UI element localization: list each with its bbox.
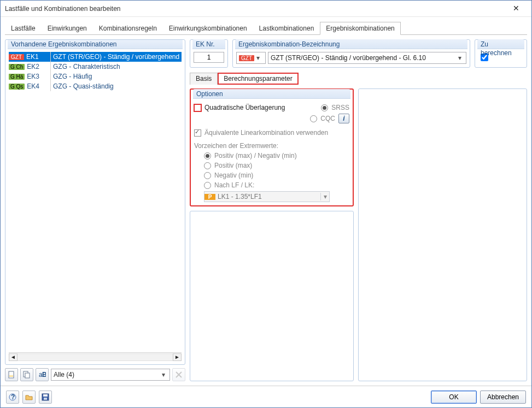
new-button[interactable]	[5, 368, 18, 381]
svg-rect-11	[43, 394, 48, 397]
header-boxes: EK Nr. Ergebniskombination-Bezeichnung G…	[190, 39, 527, 68]
left-panel: Vorhandene Ergebniskombinationen GZTEK1 …	[5, 39, 185, 381]
sign-opt-3: Negativ (min)	[194, 172, 349, 179]
sign-opt-4: Nach LF / LK:	[194, 181, 349, 189]
empty-panel-right	[358, 88, 527, 381]
svg-text:?: ?	[11, 393, 15, 401]
subtab-basis[interactable]: Basis	[190, 73, 218, 85]
chevron-down-icon: ▾	[456, 54, 464, 62]
folder-button[interactable]	[22, 391, 36, 404]
close-button[interactable]: ✕	[505, 3, 527, 15]
save-button[interactable]	[39, 391, 52, 404]
lower-panels: Optionen Quadratische Überlagerung SRSS	[190, 88, 527, 381]
content-area: Lastfälle Einwirkungen Kombinationsregel…	[1, 17, 531, 386]
sign-radio-posneg[interactable]	[204, 152, 211, 159]
sign-radio-pos[interactable]	[204, 162, 211, 169]
help-button[interactable]: ?	[6, 391, 19, 404]
ek-list-box: Vorhandene Ergebniskombinationen GZTEK1 …	[5, 39, 185, 365]
sign-radio-lflk[interactable]	[204, 182, 211, 189]
chevron-down-icon: ▾	[320, 193, 329, 200]
scroll-right-icon[interactable]: ►	[173, 353, 182, 361]
folder-icon	[25, 393, 33, 401]
srss-radio[interactable]	[321, 104, 328, 111]
list-item[interactable]: G HäEK3 GZG - Häufig	[9, 72, 182, 81]
sign-opt-2: Positiv (max)	[194, 162, 349, 169]
list-item[interactable]: G QsEK4 GZG - Quasi-ständig	[9, 81, 182, 91]
svg-rect-12	[44, 398, 47, 400]
left-toolbar: aB Alle (4) ▾	[5, 365, 185, 381]
subtab-berechnungsparameter[interactable]: Berechnungsparameter	[218, 73, 298, 85]
new-doc-icon	[8, 371, 15, 379]
numbering-button[interactable]: aB	[36, 368, 49, 381]
main-tabstrip: Lastfälle Einwirkungen Kombinationsregel…	[5, 21, 527, 35]
ek-list-legend: Vorhandene Ergebniskombinationen	[8, 39, 183, 49]
row-lincomb: Äquivalente Linearkombination verwenden	[194, 129, 349, 137]
cqc-radio[interactable]	[310, 115, 317, 122]
ek-list[interactable]: GZTEK1 GZT (STR/GEO) - Ständig / vorüber…	[9, 52, 182, 352]
tab-lastkombinationen[interactable]: Lastkombinationen	[253, 22, 320, 35]
tab-lastfaelle[interactable]: Lastfälle	[5, 22, 42, 35]
chevron-down-icon: ▾	[160, 371, 167, 379]
dialog-window: Lastfälle und Kombinationen bearbeiten ✕…	[0, 0, 532, 408]
main-area: Vorhandene Ergebniskombinationen GZTEK1 …	[5, 35, 527, 381]
list-item[interactable]: G ChEK2 GZG - Charakteristisch	[9, 62, 182, 72]
scroll-left-icon[interactable]: ◄	[9, 353, 17, 361]
sign-radio-neg[interactable]	[204, 172, 211, 179]
list-item[interactable]: GZTEK1 GZT (STR/GEO) - Ständig / vorüber…	[9, 52, 182, 62]
window-title: Lastfälle und Kombinationen bearbeiten	[5, 5, 505, 13]
options-box: Optionen Quadratische Überlagerung SRSS	[190, 88, 354, 206]
horizontal-scrollbar[interactable]: ◄ ►	[9, 352, 182, 361]
ekn-input[interactable]	[194, 52, 224, 63]
tab-ergebniskombinationen[interactable]: Ergebniskombinationen	[320, 22, 400, 35]
chevron-down-icon: ▾	[254, 54, 262, 62]
filter-combo[interactable]: Alle (4) ▾	[51, 369, 170, 381]
row-quadratic: Quadratische Überlagerung SRSS	[194, 104, 349, 111]
type-combo[interactable]: GZT ▾	[236, 52, 266, 64]
tab-einwirkungen[interactable]: Einwirkungen	[42, 22, 93, 35]
sign-opt-1: Positiv (max) / Negativ (min)	[194, 152, 349, 159]
lincomb-checkbox[interactable]	[194, 129, 201, 137]
row-cqc: CQC i	[194, 114, 349, 123]
svg-rect-1	[9, 376, 13, 376]
tab-einwirkungskombinationen[interactable]: Einwirkungskombinationen	[163, 22, 253, 35]
options-column: Optionen Quadratische Überlagerung SRSS	[190, 88, 354, 381]
save-icon	[42, 393, 49, 401]
tab-kombinationsregeln[interactable]: Kombinationsregeln	[93, 22, 163, 35]
renumber-icon: aB	[38, 371, 46, 379]
copy-icon	[23, 371, 31, 379]
svg-text:B: B	[42, 371, 46, 379]
svg-rect-0	[9, 371, 14, 378]
ekn-box: EK Nr.	[190, 39, 228, 68]
titlebar: Lastfälle und Kombinationen bearbeiten ✕	[1, 1, 531, 17]
svg-rect-3	[25, 373, 30, 378]
delete-icon	[175, 371, 183, 379]
sign-heading: Vorzeichen der Extremwerte:	[194, 142, 349, 150]
calculate-box: Zu berechnen	[475, 39, 527, 68]
designation-combo[interactable]: GZT (STR/GEO) - Ständig / vorübergehend …	[268, 52, 466, 64]
cancel-button[interactable]: Abbrechen	[480, 391, 526, 404]
sub-tabstrip: Basis Berechnungsparameter	[190, 72, 527, 84]
quadratic-checkbox[interactable]	[194, 104, 201, 111]
copy-button[interactable]	[20, 368, 33, 381]
right-area: EK Nr. Ergebniskombination-Bezeichnung G…	[190, 39, 527, 381]
bottom-bar: ? OK Abbrechen	[1, 386, 531, 407]
delete-button[interactable]	[172, 368, 185, 381]
help-icon: ?	[9, 393, 16, 401]
lflk-combo[interactable]: P LK1 - 1.35*LF1 ▾	[204, 191, 330, 202]
scroll-track[interactable]	[17, 353, 173, 361]
empty-panel-left	[190, 211, 354, 381]
ok-button[interactable]: OK	[431, 391, 477, 404]
designation-box: Ergebniskombination-Bezeichnung GZT ▾ GZ…	[232, 39, 470, 68]
info-button[interactable]: i	[338, 114, 349, 123]
